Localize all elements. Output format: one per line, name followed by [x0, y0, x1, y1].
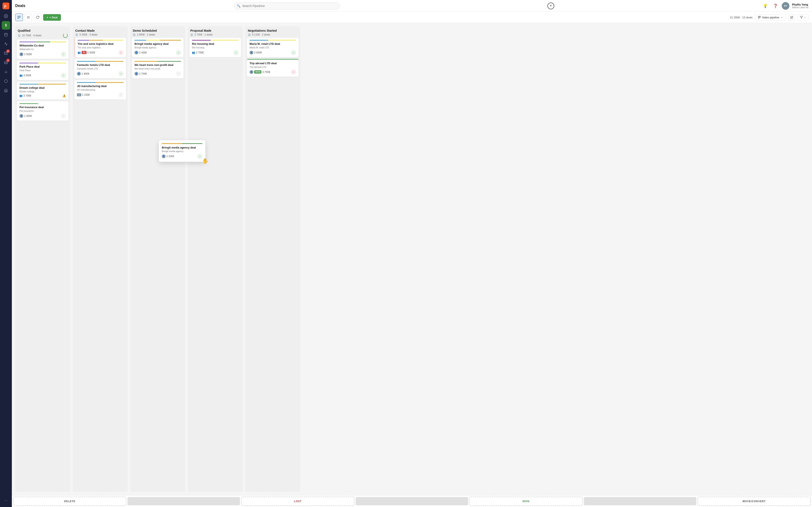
- kanban-view-button[interactable]: [15, 13, 23, 21]
- sidebar-item-mail[interactable]: 27: [2, 49, 10, 57]
- column-meta: ⚖️ 6 110€ · 2 deals: [248, 33, 298, 36]
- column-qualified: Qualified ⚖️ 10 700€ · 4 deals Willamett…: [15, 26, 70, 492]
- sidebar-item-marketplace[interactable]: [2, 86, 10, 95]
- refresh-button[interactable]: [34, 13, 42, 21]
- card-title: Tim and sons logistics deal: [78, 42, 123, 46]
- pipeline-selector[interactable]: Sales pipeline: [755, 14, 786, 20]
- column-meta-qualified: ⚖️ 10 700€ · 4 deals: [18, 33, 68, 38]
- card-jdmanufacturing[interactable]: JD manufacturing deal JD manufacturing A…: [74, 80, 126, 100]
- card-willamette[interactable]: Willamette Co deal Willamette Co 👤 1 500…: [17, 40, 68, 59]
- card-company: Dream college: [19, 90, 66, 93]
- card-company: Fantastic hotels LTD: [77, 67, 123, 70]
- card-title: Bringit media agency deal: [135, 42, 181, 46]
- card-footer: 👥 4 500€ ›: [19, 73, 66, 78]
- card-company: Rio housing: [192, 46, 239, 49]
- person-icon: 👥: [19, 74, 22, 77]
- column-demo-scheduled: Demo Scheduled ⚖️ 2 800€ · 2 deals Bring…: [130, 26, 185, 492]
- card-arrow[interactable]: ›: [291, 69, 296, 74]
- edit-pipeline-button[interactable]: [788, 14, 795, 21]
- card-tripabroad[interactable]: Trip abroad LTD deal Trip abroad LTD 👤 W…: [247, 59, 299, 77]
- card-title: Trip abroad LTD deal: [250, 62, 296, 65]
- drop-zone-delete[interactable]: DELETE: [13, 497, 126, 506]
- card-arrow[interactable]: ›: [234, 50, 239, 55]
- sidebar-more[interactable]: ···: [2, 496, 10, 504]
- floating-card-title: Bringit media agency deal: [162, 146, 202, 150]
- card-wehearttrees[interactable]: We heart trees non-profit deal We heart …: [132, 59, 184, 78]
- drop-zone-lost[interactable]: LOST: [241, 497, 354, 506]
- card-company: We heart trees non-profit: [135, 67, 181, 70]
- avatar-sm: 👤: [135, 72, 138, 76]
- card-arrow[interactable]: ›: [118, 92, 123, 97]
- card-amount: 👤 1 900€: [77, 72, 90, 76]
- card-company: Park Place: [19, 69, 66, 72]
- avatar-sm: 👤: [135, 51, 138, 55]
- card-footer: 👥 3D 2 300€ ‹: [78, 50, 123, 55]
- card-timsons[interactable]: Tim and sons logistics deal Tim and sons…: [74, 38, 126, 57]
- column-header-demo-scheduled: Demo Scheduled ⚖️ 2 800€ · 2 deals: [130, 26, 185, 38]
- drop-zone-bar: DELETE LOST WON MOVE/CONVERT: [12, 495, 812, 507]
- sidebar-item-deals[interactable]: $: [2, 21, 10, 30]
- card-title: Pet insurance deal: [19, 106, 66, 109]
- card-footer: 👤 WON 3 750$ ›: [250, 69, 296, 74]
- card-mariam[interactable]: Maria M. retail LTD deal Maria M. retail…: [247, 38, 299, 57]
- sidebar-item-reports[interactable]: [2, 68, 10, 76]
- floating-drag-card[interactable]: Bringit media agency deal Bringit media …: [159, 140, 205, 162]
- card-amount: 👤 1 700€: [135, 72, 147, 76]
- sidebar-item-home[interactable]: [2, 12, 10, 20]
- scale-icon: ⚖️: [248, 34, 251, 36]
- avatar-sm: 👤: [162, 155, 165, 158]
- column-header-negotiations-started: Negotiations Started ⚖️ 6 110€ · 2 deals: [245, 26, 300, 38]
- search-input[interactable]: [234, 2, 340, 9]
- card-amount: 👤 1 000€: [19, 114, 32, 118]
- column-cards-qualified: Willamette Co deal Willamette Co 👤 1 500…: [15, 40, 70, 492]
- avatar[interactable]: PY: [782, 2, 790, 10]
- card-title: Rio housing deal: [192, 42, 239, 46]
- card-petinsurance[interactable]: Pet insurance deal Pet insurance 👤 1 000…: [17, 101, 68, 121]
- card-title: Park Place deal: [19, 65, 66, 69]
- column-proposal-made: Proposal Made ⚖️ 2 700€ · 1 deals Rio ho…: [188, 26, 243, 492]
- card-arrow[interactable]: ›: [176, 71, 181, 76]
- drop-zone-move[interactable]: MOVE/CONVERT: [698, 497, 811, 506]
- list-view-button[interactable]: [24, 13, 32, 21]
- sidebar-item-products[interactable]: [2, 77, 10, 86]
- column-cards-demo-scheduled: Bringit media agency deal Bringit media …: [130, 38, 185, 492]
- card-parkplace[interactable]: Park Place deal Park Place 👥 4 500€ ›: [17, 61, 68, 80]
- svg-text:p: p: [4, 4, 6, 8]
- card-company: Pet insurance: [19, 110, 66, 112]
- card-footer: 👤 1 000€ ›: [19, 113, 66, 118]
- floating-card-arrow[interactable]: ›: [197, 154, 202, 159]
- card-arrow[interactable]: ›: [61, 52, 66, 57]
- card-footer: 👤 1 700€ ›: [135, 71, 181, 76]
- drop-zone-won[interactable]: WON: [469, 497, 582, 506]
- card-arrow[interactable]: ›: [61, 73, 66, 78]
- filter-button[interactable]: [798, 14, 809, 20]
- card-arrow[interactable]: ›: [291, 50, 296, 55]
- scale-icon: ⚖️: [18, 34, 21, 37]
- card-bringit[interactable]: Bringit media agency deal Bringit media …: [132, 38, 184, 57]
- svg-rect-4: [4, 34, 7, 36]
- card-arrow[interactable]: ›: [61, 113, 66, 118]
- logo[interactable]: p: [3, 3, 9, 9]
- sidebar-item-campaigns[interactable]: [2, 40, 10, 48]
- add-button[interactable]: +: [548, 3, 554, 9]
- user-company: Silicon Links Inc: [792, 6, 809, 9]
- card-riohousing[interactable]: Rio housing deal Rio housing 👥 2 700€ ›: [190, 38, 241, 57]
- column-header-proposal-made: Proposal Made ⚖️ 2 700€ · 1 deals: [188, 26, 243, 38]
- new-deal-icon: +: [47, 16, 48, 19]
- card-amount: 👤 2 600€: [250, 51, 262, 55]
- sidebar-item-inbox[interactable]: 1: [2, 58, 10, 67]
- card-fantastichotels[interactable]: Fantastic hotels LTD deal Fantastic hote…: [74, 59, 126, 78]
- card-footer: 👤 1 400€ ›: [135, 50, 181, 55]
- card-arrow[interactable]: ›: [176, 50, 181, 55]
- svg-point-2: [4, 14, 8, 18]
- card-amount: 👥 2 700€: [192, 51, 204, 54]
- lightbulb-button[interactable]: 💡: [761, 2, 769, 10]
- new-deal-button[interactable]: + + Deal: [43, 14, 61, 21]
- card-arrow[interactable]: ›: [118, 71, 123, 76]
- drag-cursor: ✋: [202, 158, 208, 164]
- card-dreamcollege[interactable]: Dream college deal Dream college 👥 3 700…: [17, 82, 68, 100]
- person-icon: 👥: [78, 51, 81, 54]
- help-button[interactable]: ❓: [772, 2, 779, 10]
- card-arrow[interactable]: ‹: [118, 50, 123, 55]
- sidebar-item-activities[interactable]: [2, 31, 10, 39]
